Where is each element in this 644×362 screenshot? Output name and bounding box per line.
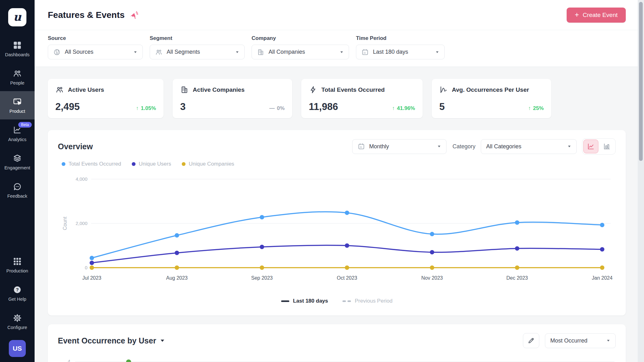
help-icon: ? (13, 285, 22, 294)
occurrence-row-label: 4 (58, 359, 70, 362)
previous-period-legend[interactable]: Previous Period (342, 298, 392, 304)
stat-card-total-events: Total Events Occurred 11,986 ↑41.96% (301, 79, 423, 118)
app-logo[interactable]: u (8, 8, 26, 26)
legend-dot-blue (62, 162, 65, 166)
scrollbar-track[interactable] (638, 0, 644, 362)
logo-letter: u (13, 11, 21, 22)
delta-up: ↑41.96% (392, 105, 415, 112)
company-select[interactable]: All Companies (252, 45, 349, 59)
plus-icon: + (575, 11, 579, 19)
granularity-select[interactable]: Monthly (352, 139, 447, 154)
sidebar-item-feedback[interactable]: Feedback (0, 176, 35, 204)
app: u Dashboards People (0, 0, 644, 362)
bar-chart-toggle[interactable] (599, 140, 614, 153)
flat-dash-icon: — (269, 105, 275, 112)
source-value: All Sources (65, 49, 93, 55)
sidebar-item-get-help[interactable]: ? Get Help (0, 279, 35, 307)
time-period-select[interactable]: Last 180 days (356, 45, 445, 59)
building-icon (257, 48, 264, 56)
event-occurrence-card: Event Occurrence by User Most Occurred (48, 324, 626, 362)
chevron-down-icon (340, 51, 344, 53)
sidebar-item-analytics[interactable]: Beta Analytics (0, 119, 35, 148)
sidebar: u Dashboards People (0, 0, 35, 362)
arrow-up-icon: ↑ (528, 105, 531, 112)
overview-chart: 02,0004,000CountJul 2023Aug 2023Sep 2023… (60, 172, 620, 288)
delta-up: ↑25% (528, 105, 544, 112)
sidebar-item-engagement[interactable]: Engagement (0, 148, 35, 176)
legend-total-events[interactable]: Total Events Occurred (62, 161, 121, 167)
source-select[interactable]: All Sources (48, 45, 143, 59)
calendar-icon (358, 143, 365, 150)
chevron-down-icon (435, 51, 439, 53)
sidebar-item-dashboards[interactable]: Dashboards (0, 35, 35, 63)
dashed-line-icon (342, 300, 346, 302)
bolt-icon (309, 85, 317, 94)
user-avatar[interactable]: US (9, 340, 26, 357)
chat-bubble-icon (13, 182, 22, 191)
line-chart-icon (587, 142, 595, 151)
occurrence-dot (126, 359, 131, 362)
page-title: Features & Events (48, 10, 125, 20)
event-occurrence-title-dropdown[interactable]: Event Occurrence by User (58, 336, 165, 345)
legend-unique-companies[interactable]: Unique Companies (182, 161, 234, 167)
period-legend: Last 180 days Previous Period (48, 298, 626, 304)
legend-dot-yellow (182, 162, 186, 166)
svg-text:2,000: 2,000 (75, 221, 87, 226)
sidebar-item-production[interactable]: Production (0, 251, 35, 279)
sidebar-item-configure[interactable]: Configure (0, 307, 35, 336)
svg-text:Oct 2023: Oct 2023 (337, 275, 357, 281)
filter-time-period: Time Period Last 180 days (356, 35, 445, 67)
product-icon (13, 97, 22, 107)
sort-value: Most Occurred (550, 337, 587, 344)
filter-bar: Source All Sources Segment (35, 30, 638, 67)
granularity-value: Monthly (369, 143, 389, 150)
sort-select[interactable]: Most Occurred (545, 333, 616, 348)
chevron-down-icon (567, 145, 571, 148)
distribution-icon (439, 85, 448, 94)
svg-text:Count: Count (62, 217, 68, 230)
legend-dot-indigo (132, 162, 136, 166)
delta-up: ↑1.05% (136, 105, 156, 112)
pencil-icon (527, 337, 535, 344)
svg-text:Dec 2023: Dec 2023 (506, 275, 528, 281)
scrollbar-thumb[interactable] (639, 2, 643, 161)
time-period-value: Last 180 days (373, 49, 408, 55)
arrow-up-icon: ↑ (392, 105, 395, 112)
sidebar-item-product[interactable]: Product (0, 91, 35, 119)
occurrence-row: 4 (58, 358, 616, 362)
chevron-down-icon (133, 51, 137, 53)
chevron-down-icon (235, 51, 239, 53)
category-select[interactable]: All Categories (481, 139, 577, 154)
current-period-legend[interactable]: Last 180 days (281, 298, 328, 304)
overview-card: Overview Monthly (48, 130, 626, 315)
line-chart-toggle[interactable] (583, 140, 598, 153)
megaphone-icon (129, 10, 138, 20)
globe-icon (53, 48, 61, 56)
main-area: Features & Events + Create Event Source (35, 0, 638, 362)
stats-row: Active Users 2,495 ↑1.05% (48, 79, 638, 118)
arrow-up-icon: ↑ (136, 105, 139, 112)
svg-text:Sep 2023: Sep 2023 (251, 275, 273, 281)
apps-grid-icon (13, 257, 22, 266)
people-icon (13, 69, 22, 78)
svg-text:Aug 2023: Aug 2023 (166, 275, 188, 281)
filter-company: Company All Companies (252, 35, 349, 67)
stat-card-active-users: Active Users 2,495 ↑1.05% (48, 79, 164, 118)
caret-down-icon (160, 339, 165, 342)
segment-select[interactable]: All Segments (150, 45, 245, 59)
sidebar-nav: Dashboards People Product Beta (0, 35, 35, 204)
sidebar-item-people[interactable]: People (0, 63, 35, 91)
create-event-button[interactable]: + Create Event (567, 8, 626, 23)
legend-unique-users[interactable]: Unique Users (132, 161, 171, 167)
chevron-down-icon (437, 145, 441, 148)
edit-button[interactable] (523, 333, 539, 348)
bar-chart-icon (603, 142, 611, 151)
beta-badge: Beta (18, 122, 32, 128)
building-icon (180, 85, 189, 94)
title-bar: Features & Events + Create Event (35, 0, 638, 30)
svg-text:Jan 2024: Jan 2024 (592, 275, 613, 281)
svg-text:?: ? (16, 287, 19, 292)
people-icon (155, 48, 163, 56)
dashboards-icon (13, 41, 22, 50)
dashed-line-icon (347, 300, 351, 302)
